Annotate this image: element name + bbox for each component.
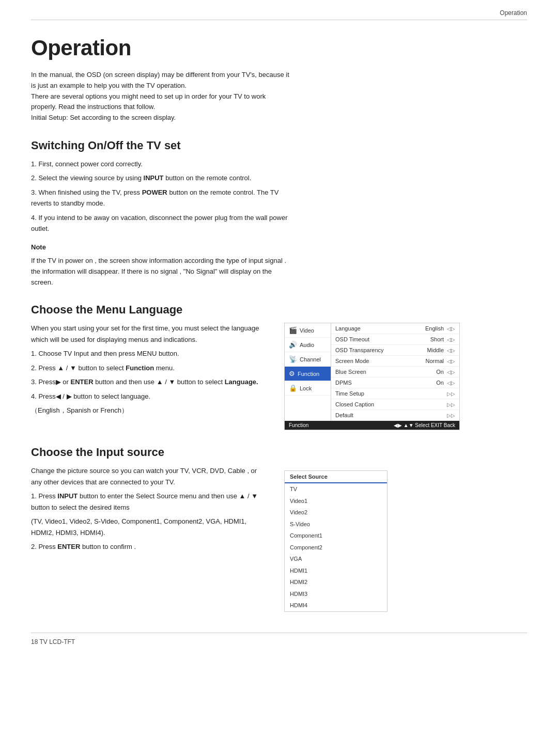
input-source-intro: Change the picture source so you can wat…: [31, 465, 269, 487]
menu-lang-step-1: 1. Choose TV Input and then press MENU b…: [31, 348, 269, 359]
menu-row-screen-mode: Screen Mode Normal ◁▷: [331, 356, 459, 367]
input-source-text: Change the picture source so you can wat…: [31, 465, 269, 555]
switch-step-3: 3. When finished using the TV, press POW…: [31, 187, 295, 209]
page-title: Operation: [31, 36, 527, 60]
input-source-section: Change the picture source so you can wat…: [31, 465, 527, 612]
menu-footer-left: Function: [289, 422, 308, 428]
source-item-video2: Video2: [285, 507, 387, 518]
source-item-video1: Video1: [285, 495, 387, 507]
input-source-title: Choose the Input source: [31, 446, 527, 459]
source-item-hdmi4: HDMI4: [285, 600, 387, 611]
menu-footer: Function ◀▶ ▲▼ Select EXIT Back: [285, 421, 459, 430]
source-item-tv: TV: [285, 483, 387, 495]
menu-lang-step-2: 2. Press ▲ / ▼ button to select Function…: [31, 363, 269, 373]
menu-footer-right: ◀▶ ▲▼ Select EXIT Back: [394, 422, 455, 428]
switch-step-2: 2. Select the viewing source by using IN…: [31, 172, 295, 183]
intro-para-1: In the manual, the OSD (on screen displa…: [31, 70, 289, 91]
lock-icon: 🔒: [289, 384, 297, 392]
header-label: Operation: [500, 9, 527, 17]
note-label: Note: [31, 242, 295, 253]
input-source-step-1b: (TV, Video1, Video2, S-Video, Component1…: [31, 516, 269, 538]
page-footer: 18 TV LCD-TFT: [31, 633, 527, 645]
page-header: Operation: [31, 0, 527, 20]
select-source-title: Select Source: [285, 471, 387, 483]
channel-icon: 📡: [289, 355, 297, 363]
sidebar-item-video: 🎬 Video: [285, 323, 331, 338]
menu-row-time-setup: Time Setup ▷▷: [331, 388, 459, 399]
sidebar-item-audio: 🔊 Audio: [285, 338, 331, 352]
sidebar-video-label: Video: [300, 327, 314, 334]
input-source-step-1: 1. Press INPUT button to enter the Selec…: [31, 491, 269, 513]
menu-row-dpms: DPMS On ◁▷: [331, 377, 459, 388]
source-item-svideo: S-Video: [285, 518, 387, 530]
footer-label: 18 TV LCD-TFT: [31, 638, 75, 645]
switch-step-1: 1. First, connect power cord correctly.: [31, 159, 295, 169]
source-item-component1: Component1: [285, 530, 387, 542]
intro-para-2: There are several options you might need…: [31, 91, 289, 113]
source-item-hdmi3: HDMI3: [285, 588, 387, 600]
video-icon: 🎬: [289, 326, 297, 334]
switching-content: 1. First, connect power cord correctly. …: [31, 159, 527, 288]
sidebar-audio-label: Audio: [300, 342, 314, 348]
input-source-step-2: 2. Press ENTER button to confirm .: [31, 541, 269, 552]
menu-lang-step-3: 3. Press▶ or ENTER button and then use ▲…: [31, 376, 269, 387]
menu-panel: Language English ◁▷ OSD Timeout Short ◁▷…: [331, 323, 459, 421]
switch-step-4: 4. If you intend to be away on vacation,…: [31, 212, 295, 234]
source-item-component2: Component2: [285, 542, 387, 554]
menu-lang-step-4: 4. Press◀ / ▶ button to select language.: [31, 391, 269, 402]
switching-section-title: Switching On/Off the TV set: [31, 139, 527, 152]
select-source-diagram: Select Source TV Video1 Video2 S-Video C…: [284, 470, 388, 612]
sidebar-item-channel: 📡 Channel: [285, 352, 331, 367]
menu-language-section: When you start using your set for the fi…: [31, 323, 527, 430]
menu-row-default: Default ▷▷: [331, 410, 459, 421]
sidebar-item-lock: 🔒 Lock: [285, 381, 331, 396]
intro-section: In the manual, the OSD (on screen displa…: [31, 70, 289, 123]
menu-row-language: Language English ◁▷: [331, 323, 459, 334]
menu-language-text: When you start using your set for the fi…: [31, 323, 269, 419]
function-icon: ⚙: [289, 370, 295, 377]
menu-diagram: 🎬 Video 🔊 Audio 📡 Channel ⚙ Function 🔒: [284, 323, 460, 430]
menu-row-osd-timeout: OSD Timeout Short ◁▷: [331, 334, 459, 345]
intro-para-3: Initial Setup: Set according to the scre…: [31, 113, 289, 123]
audio-icon: 🔊: [289, 341, 297, 349]
sidebar-lock-label: Lock: [300, 385, 312, 391]
source-item-vga: VGA: [285, 553, 387, 565]
source-item-hdmi2: HDMI2: [285, 576, 387, 588]
menu-language-title: Choose the Menu Language: [31, 303, 527, 317]
note-text: If the TV in power on , the screen show …: [31, 256, 295, 288]
language-options: （English，Spanish or French）: [31, 405, 269, 416]
source-item-hdmi1: HDMI1: [285, 565, 387, 577]
sidebar-channel-label: Channel: [300, 356, 321, 363]
menu-row-closed-caption: Closed Caption ▷▷: [331, 399, 459, 410]
menu-row-osd-transparency: OSD Transparency Middle ◁▷: [331, 345, 459, 356]
menu-lang-intro: When you start using your set for the fi…: [31, 323, 269, 345]
sidebar-item-function: ⚙ Function: [285, 367, 331, 381]
sidebar-function-label: Function: [298, 371, 319, 377]
menu-row-blue-screen: Blue Screen On ◁▷: [331, 367, 459, 377]
menu-sidebar: 🎬 Video 🔊 Audio 📡 Channel ⚙ Function 🔒: [285, 323, 331, 421]
